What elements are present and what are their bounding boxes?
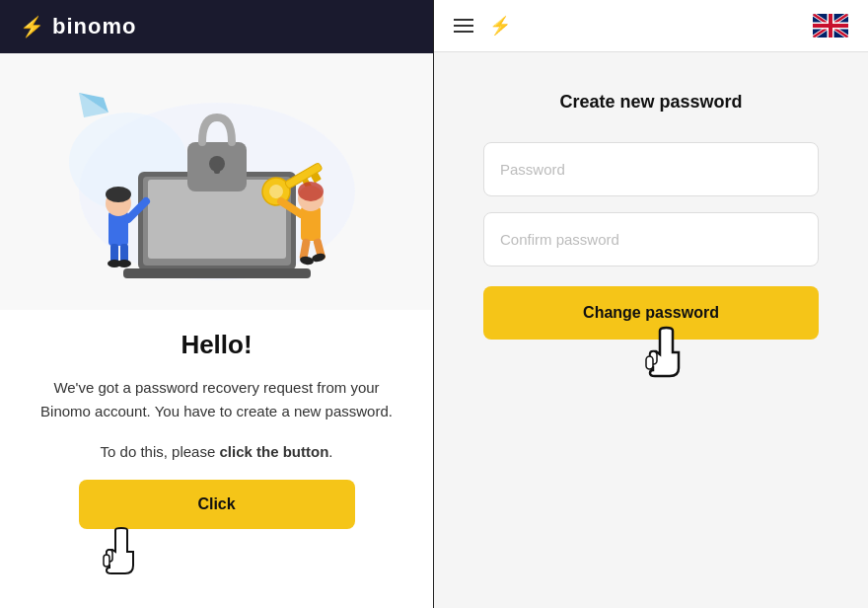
instruction-text: To do this, please click the button. — [39, 443, 394, 460]
left-cursor-icon — [99, 525, 148, 583]
logo-bolt-icon: ⚡ — [20, 15, 44, 38]
language-flag-icon[interactable] — [813, 14, 848, 38]
hamburger-menu-icon[interactable] — [454, 19, 473, 33]
right-header: ⚡ — [434, 0, 868, 52]
svg-rect-14 — [108, 211, 128, 246]
left-content: Hello! We've got a password recovery req… — [0, 310, 433, 608]
description-text: We've got a password recovery request fr… — [39, 376, 394, 423]
confirm-password-input[interactable] — [483, 212, 819, 266]
form-title: Create new password — [559, 92, 742, 113]
header-bolt-icon: ⚡ — [489, 15, 511, 37]
left-btn-container: Click — [39, 480, 394, 529]
submit-button-container: Change password — [483, 282, 819, 340]
left-panel: ⚡ binomo — [0, 0, 434, 608]
svg-point-20 — [117, 260, 131, 267]
svg-point-24 — [298, 182, 324, 201]
logo-bar: ⚡ binomo — [0, 0, 433, 53]
hello-title: Hello! — [39, 330, 394, 360]
svg-rect-5 — [123, 268, 311, 278]
header-left: ⚡ — [454, 15, 511, 37]
click-button[interactable]: Click — [79, 480, 355, 529]
right-content: Create new password Change password — [434, 52, 868, 608]
logo-text: binomo — [52, 14, 136, 39]
right-panel: ⚡ Create new password Change password — [434, 0, 868, 608]
right-cursor-icon — [640, 326, 694, 389]
svg-rect-33 — [104, 555, 109, 567]
illustration-area — [0, 53, 433, 310]
form-container: Change password — [483, 142, 819, 340]
svg-rect-22 — [301, 206, 321, 241]
password-input[interactable] — [483, 142, 819, 196]
svg-point-16 — [106, 187, 131, 202]
svg-rect-36 — [646, 356, 653, 369]
illustration-svg — [49, 63, 385, 300]
svg-rect-8 — [214, 164, 220, 174]
